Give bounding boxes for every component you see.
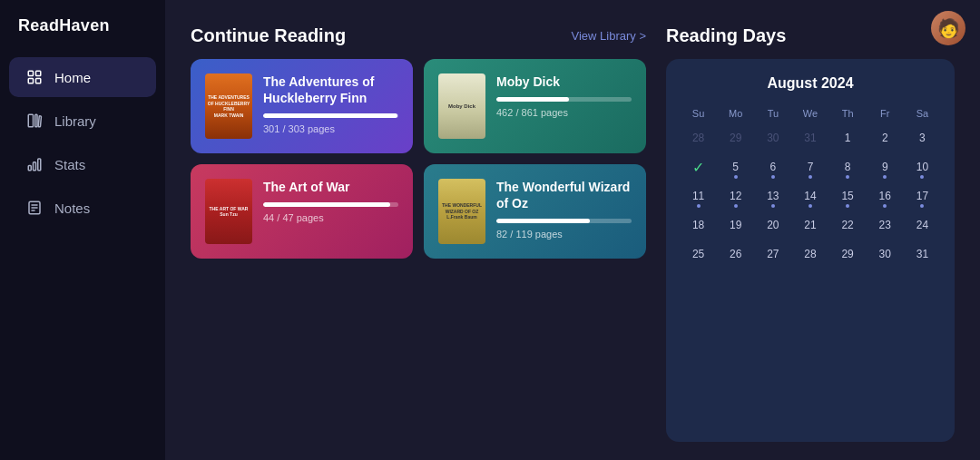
progress-bg-huck [263, 113, 398, 118]
cal-header-th: Th [830, 104, 866, 122]
view-library-link[interactable]: View Library > [572, 29, 647, 43]
avatar[interactable]: 🧑 [931, 11, 965, 45]
cal-header-fr: Fr [867, 104, 903, 122]
cal-day[interactable]: 26 [723, 241, 749, 267]
cal-day[interactable]: 11 [686, 183, 711, 209]
cal-day-check[interactable]: ✓ [686, 154, 711, 180]
book-info-art: The Art of War 44 / 47 pages [263, 179, 398, 223]
book-card-moby[interactable]: Moby Dick Moby Dick 462 / 861 pages [424, 59, 646, 153]
sidebar-item-notes[interactable]: Notes [9, 188, 156, 228]
sidebar-item-library[interactable]: Library [9, 101, 156, 141]
cal-day[interactable]: 31 [798, 125, 823, 151]
cal-header-tu: Tu [755, 104, 790, 122]
cal-day[interactable]: 28 [686, 125, 711, 151]
progress-fill-wizard [496, 219, 590, 223]
cal-day[interactable]: 15 [835, 183, 860, 209]
cal-day[interactable]: 16 [872, 183, 897, 209]
sidebar-item-library-label: Library [54, 113, 96, 129]
book-title-art: The Art of War [263, 179, 398, 195]
cal-day[interactable]: 14 [798, 183, 823, 209]
cal-day[interactable]: 25 [686, 241, 711, 267]
calendar-card: August 2024 Su Mo Tu We Th Fr Sa 28 29 3… [666, 59, 955, 442]
cal-day[interactable]: 1 [835, 125, 860, 151]
section-header: Continue Reading View Library > [191, 25, 646, 46]
cal-day[interactable]: 31 [909, 241, 935, 267]
book-title-huck: The Adventures of Huckleberry Finn [263, 73, 398, 106]
app-logo: ReadHaven [0, 0, 165, 55]
continue-reading-title: Continue Reading [191, 25, 346, 46]
cal-header-su: Su [681, 104, 716, 122]
cal-day[interactable]: 8 [835, 154, 860, 180]
book-cover-art: THE ART OF WARSun Tzu [205, 179, 252, 244]
sidebar-item-home[interactable]: Home [9, 57, 156, 97]
book-info-wizard: The Wonderful Wizard of Oz 82 / 119 page… [496, 179, 632, 240]
svg-rect-0 [28, 71, 33, 75]
svg-rect-6 [38, 116, 41, 127]
continue-reading-section: Continue Reading View Library > THE ADVE… [191, 25, 646, 442]
book-title-wizard: The Wonderful Wizard of Oz [496, 179, 632, 211]
book-pages-huck: 301 / 303 pages [263, 123, 398, 134]
book-cover-wizard: THE WONDERFUL WIZARD OF OZL.Frank Baum [438, 179, 485, 244]
cal-header-we: We [792, 104, 828, 122]
cal-day[interactable]: 23 [872, 212, 897, 238]
books-grid: THE ADVENTURES OF HUCKLEBERRY FINNMARK T… [191, 59, 646, 259]
cal-day[interactable]: 29 [723, 125, 749, 151]
progress-fill-art [263, 202, 390, 207]
svg-rect-2 [28, 79, 33, 83]
calendar-grid: Su Mo Tu We Th Fr Sa 28 29 30 31 1 2 3 ✓… [681, 104, 940, 268]
cal-day[interactable]: 12 [723, 183, 749, 209]
book-pages-art: 44 / 47 pages [263, 212, 398, 223]
cal-day[interactable]: 7 [798, 154, 823, 180]
library-icon [25, 112, 44, 130]
calendar-month-label: August 2024 [681, 75, 940, 92]
main-content: Continue Reading View Library > THE ADVE… [165, 0, 980, 460]
book-info-huck: The Adventures of Huckleberry Finn 301 /… [263, 73, 398, 134]
book-info-moby: Moby Dick 462 / 861 pages [496, 73, 632, 118]
svg-rect-4 [28, 114, 33, 127]
cal-day[interactable]: 10 [909, 154, 935, 180]
cal-day[interactable]: 20 [760, 212, 786, 238]
cal-day[interactable]: 6 [760, 154, 786, 180]
notes-icon [25, 199, 44, 217]
cal-day[interactable]: 2 [872, 125, 897, 151]
svg-rect-7 [28, 166, 31, 171]
sidebar-item-stats[interactable]: Stats [9, 144, 156, 184]
cal-day[interactable]: 9 [872, 154, 897, 180]
book-pages-wizard: 82 / 119 pages [496, 229, 632, 240]
cal-day[interactable]: 3 [909, 125, 935, 151]
reading-days-section: Reading Days August 2024 Su Mo Tu We Th … [666, 25, 955, 442]
cal-day[interactable]: 29 [835, 241, 860, 267]
progress-bg-art [263, 202, 398, 207]
book-card-art[interactable]: THE ART OF WARSun Tzu The Art of War 44 … [191, 164, 413, 259]
cal-day[interactable]: 30 [760, 125, 786, 151]
cal-day[interactable]: 18 [686, 212, 711, 238]
stats-icon [25, 155, 44, 173]
svg-rect-3 [36, 79, 41, 83]
book-cover-moby: Moby Dick [438, 73, 485, 139]
progress-fill-moby [496, 97, 569, 102]
cal-day[interactable]: 24 [909, 212, 935, 238]
sidebar-item-notes-label: Notes [54, 201, 90, 216]
book-card-huck[interactable]: THE ADVENTURES OF HUCKLEBERRY FINNMARK T… [191, 59, 413, 153]
cal-header-sa: Sa [905, 104, 940, 122]
cal-day[interactable]: 21 [798, 212, 823, 238]
sidebar: ReadHaven Home Library [0, 0, 165, 460]
cal-day[interactable]: 30 [872, 241, 897, 267]
cal-day[interactable]: 22 [835, 212, 860, 238]
book-pages-moby: 462 / 861 pages [496, 107, 632, 118]
cal-day[interactable]: 28 [798, 241, 823, 267]
home-icon [25, 68, 44, 86]
svg-rect-5 [35, 114, 37, 127]
cal-day[interactable]: 13 [760, 183, 786, 209]
svg-rect-8 [34, 162, 36, 171]
cal-day[interactable]: 19 [723, 212, 749, 238]
sidebar-item-home-label: Home [54, 70, 91, 85]
cal-day[interactable]: 5 [723, 154, 749, 180]
book-card-wizard[interactable]: THE WONDERFUL WIZARD OF OZL.Frank Baum T… [424, 164, 646, 259]
book-title-moby: Moby Dick [496, 73, 632, 90]
cal-day[interactable]: 17 [909, 183, 935, 209]
svg-rect-1 [36, 71, 41, 75]
svg-rect-9 [38, 159, 41, 171]
cal-day[interactable]: 27 [760, 241, 786, 267]
progress-bg-wizard [496, 219, 632, 223]
